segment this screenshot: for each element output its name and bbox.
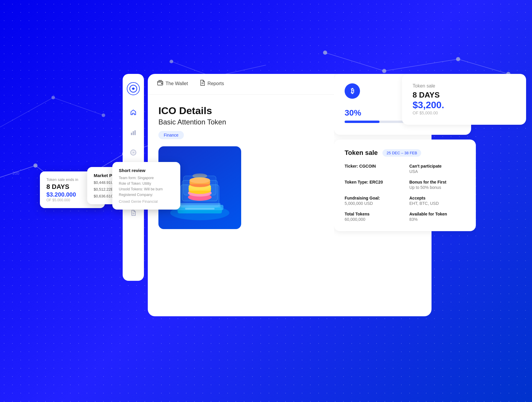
detail-total-tokens: Total Tokens 60,000,000 <box>345 212 400 222</box>
float-box-review: Short review Team form: Singapore Role o… <box>112 162 180 210</box>
float-review-registered: Registered Company: <box>119 193 174 197</box>
wallet-icon <box>157 80 163 87</box>
tab-reports[interactable]: Reports <box>200 80 224 88</box>
svg-point-56 <box>192 174 207 178</box>
token-sale-title: Token sale <box>345 149 378 157</box>
svg-rect-24 <box>131 133 132 135</box>
svg-rect-25 <box>133 131 134 135</box>
svg-rect-37 <box>161 83 163 84</box>
token-sale-right-card: Token sale 8 DAYS $3,200. OF $5,000.00 <box>402 74 526 125</box>
detail-bonus: Bonus for the First Up to 50% bonus <box>409 180 465 190</box>
float-review-title: Short review <box>119 168 174 173</box>
svg-point-28 <box>133 152 134 153</box>
svg-rect-57 <box>185 208 215 210</box>
detail-accepts: Accepts EHT, BTC, USD <box>409 196 465 206</box>
progress-bar-fill <box>345 121 379 123</box>
token-sale-days: 8 DAYS <box>413 90 515 100</box>
chart-label-200: 200 <box>12 171 19 176</box>
float-review-role: Role of Token: Utility <box>119 181 174 186</box>
token-details-grid: Ticker: CGCOIN Can't participate USA Tok… <box>345 164 465 222</box>
finance-badge[interactable]: Finance <box>158 131 184 139</box>
sidebar-item-chart[interactable] <box>128 127 139 138</box>
detail-available: Available for Token 83% <box>409 212 465 222</box>
report-icon <box>200 80 205 87</box>
token-sale-right-title: Token sale <box>413 83 515 89</box>
token-details-card: Token sale 25 DEC – 38 FEB Ticker: CGCOI… <box>334 140 476 231</box>
tab-reports-label: Reports <box>207 81 224 86</box>
svg-rect-26 <box>134 130 136 135</box>
token-sale-of: OF $5,000.00 <box>413 111 515 115</box>
detail-goal: Fundraising Goal: 5,000,000 USD <box>345 196 400 206</box>
detail-cant-participate: Can't participate USA <box>409 164 465 174</box>
bitcoin-icon: ₿ <box>345 83 360 99</box>
float-review-company: Crowd Genie Financial <box>119 199 174 204</box>
tab-wallet-label: The Wallet <box>166 81 188 86</box>
sidebar-logo[interactable] <box>127 82 140 95</box>
float-review-unsold: Unsold Tokens: Will be burn <box>119 187 174 191</box>
date-range-badge: 25 DEC – 38 FEB <box>382 149 421 157</box>
token-details-header: Token sale 25 DEC – 38 FEB <box>345 149 465 157</box>
sidebar-item-home[interactable] <box>128 107 139 118</box>
float-review-team: Team form: Singapore <box>119 176 174 180</box>
detail-ticker: Ticker: CGCOIN <box>345 164 400 174</box>
tab-wallet[interactable]: The Wallet <box>157 80 188 88</box>
token-sale-amount: $3,200. <box>413 100 515 111</box>
detail-token-type: Token Type: ERC20 <box>345 180 400 190</box>
sidebar-item-compass[interactable] <box>128 147 139 158</box>
